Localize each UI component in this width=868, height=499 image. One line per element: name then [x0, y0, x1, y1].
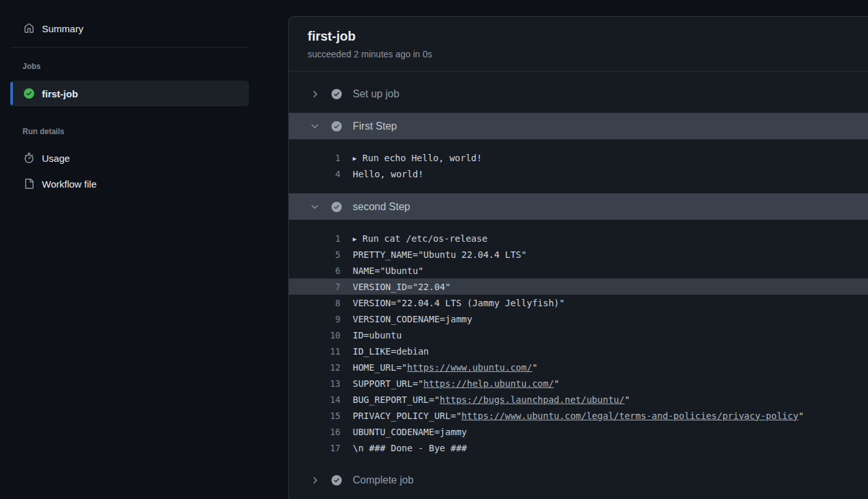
log-line-number[interactable]: 1: [289, 153, 340, 163]
log-text-segment: ": [532, 362, 537, 373]
job-title: first-job: [308, 27, 868, 45]
log-line-number[interactable]: 7: [289, 282, 340, 292]
log-line: 14 BUG_REPORT_URL="https://bugs.launchpa…: [289, 391, 868, 407]
log-line: 13 SUPPORT_URL="https://help.ubuntu.com/…: [289, 375, 868, 391]
log-text-segment: UBUNTU_CODENAME=jammy: [353, 427, 467, 437]
workflow-file-icon: [24, 179, 34, 189]
log-line: 10 ID=ubuntu: [289, 327, 868, 343]
job-status-text: succeeded 2 minutes ago in 0s: [308, 49, 868, 59]
log-line-text: VERSION_CODENAME=jammy: [353, 314, 472, 324]
sidebar-divider: [10, 47, 249, 48]
log-line-text: BUG_REPORT_URL="https://bugs.launchpad.n…: [353, 395, 630, 405]
sidebar-item-workflow-file[interactable]: Workflow file: [10, 171, 249, 197]
log-line-text: VERSION="22.04.4 LTS (Jammy Jellyfish)": [353, 298, 565, 308]
log-text-segment: ": [554, 378, 559, 389]
log-text-segment: NAME="Ubuntu": [353, 266, 424, 276]
step-section: First Step 1 ▶Run echo Hello, world! 4 H…: [289, 113, 868, 182]
step-section: Complete job: [289, 467, 868, 493]
sidebar: Summary Jobs first-job Run details Usage…: [0, 0, 259, 499]
log-line-number[interactable]: 5: [289, 249, 340, 260]
log-line-number[interactable]: 6: [289, 266, 340, 276]
log-line-number[interactable]: 9: [289, 314, 340, 324]
log-line: 16 UBUNTU_CODENAME=jammy: [289, 424, 868, 440]
log-text-segment: \n ### Done - Bye ###: [353, 443, 467, 453]
step-header[interactable]: Set up job: [289, 81, 868, 107]
log-line-number[interactable]: 8: [289, 298, 340, 308]
log-line-number[interactable]: 14: [289, 395, 340, 405]
run-details-section-label: Run details: [10, 127, 249, 136]
log-line-text: UBUNTU_CODENAME=jammy: [353, 427, 467, 437]
sidebar-item-label: Summary: [42, 23, 83, 34]
log-line-number[interactable]: 13: [289, 378, 340, 389]
log-line-number[interactable]: 1: [289, 233, 340, 244]
log-group-toggle-icon[interactable]: ▶: [353, 155, 357, 162]
log-text-segment: BUG_REPORT_URL=": [353, 395, 440, 405]
log-text-segment: Run echo Hello, world!: [362, 153, 482, 163]
log-text-segment: VERSION_ID="22.04": [353, 282, 451, 292]
step-title: Complete job: [353, 475, 413, 486]
log-text-segment: VERSION="22.04.4 LTS (Jammy Jellyfish)": [353, 298, 565, 308]
log-text-segment: ID=ubuntu: [353, 330, 402, 340]
log-line-text: SUPPORT_URL="https://help.ubuntu.com/": [353, 378, 559, 389]
log-text-segment: ": [624, 395, 629, 405]
step-title: Set up job: [353, 88, 399, 100]
log-line-number[interactable]: 15: [289, 411, 340, 421]
log-line: 9 VERSION_CODENAME=jammy: [289, 311, 868, 327]
sidebar-item-summary[interactable]: Summary: [10, 15, 249, 41]
step-check-circle-icon: [331, 121, 342, 132]
log-link[interactable]: https://www.ubuntu.com/legal/terms-and-p…: [462, 411, 799, 421]
log-line-text: PRIVACY_POLICY_URL="https://www.ubuntu.c…: [353, 411, 804, 421]
log-line-text: ▶Run echo Hello, world!: [353, 153, 482, 163]
step-header[interactable]: second Step: [289, 193, 868, 220]
job-header: first-job succeeded 2 minutes ago in 0s: [289, 17, 868, 72]
step-header[interactable]: First Step: [289, 113, 868, 139]
log-text-segment: Run cat /etc/os-release: [362, 233, 488, 244]
sidebar-item-first-job[interactable]: first-job: [10, 81, 249, 106]
log-line-text: PRETTY_NAME="Ubuntu 22.04.4 LTS": [353, 249, 527, 260]
log-line: 7 VERSION_ID="22.04": [289, 279, 868, 295]
log-text-segment: PRIVACY_POLICY_URL=": [353, 411, 462, 421]
log-group-toggle-icon[interactable]: ▶: [353, 235, 357, 242]
home-icon: [24, 23, 34, 34]
log-link[interactable]: https://www.ubuntu.com/: [407, 362, 532, 373]
log-text-segment: SUPPORT_URL=": [353, 378, 424, 389]
log-line-text: VERSION_ID="22.04": [353, 282, 451, 292]
log-line: 1 ▶Run cat /etc/os-release: [289, 230, 868, 246]
log-link[interactable]: https://bugs.launchpad.net/ubuntu/: [440, 395, 625, 405]
sidebar-item-usage[interactable]: Usage: [10, 145, 249, 171]
log-line-text: Hello, world!: [353, 169, 424, 179]
log-line-number[interactable]: 12: [289, 362, 340, 373]
log-text-segment: ": [798, 411, 804, 421]
log-line: 4 Hello, world!: [289, 166, 868, 182]
step-section: second Step 1 ▶Run cat /etc/os-release 5…: [289, 193, 868, 456]
steps-list: Set up job First Step 1 ▶Run echo Hello,…: [289, 72, 868, 499]
sidebar-item-label: first-job: [42, 88, 78, 99]
step-header[interactable]: Complete job: [289, 467, 868, 493]
log-link[interactable]: https://help.ubuntu.com/: [424, 378, 554, 389]
chevron-down-icon: [310, 121, 320, 132]
log-text-segment: Hello, world!: [353, 169, 424, 179]
log-line-number[interactable]: 17: [289, 443, 340, 453]
log-line: 5 PRETTY_NAME="Ubuntu 22.04.4 LTS": [289, 246, 868, 262]
log-line: 1 ▶Run echo Hello, world!: [289, 150, 868, 166]
log-line-number[interactable]: 16: [289, 427, 340, 437]
sidebar-item-label: Workflow file: [42, 179, 97, 190]
log-line-text: NAME="Ubuntu": [353, 266, 424, 276]
log-line: 11 ID_LIKE=debian: [289, 343, 868, 359]
log-line: 12 HOME_URL="https://www.ubuntu.com/": [289, 359, 868, 375]
log-line-number[interactable]: 11: [289, 346, 340, 357]
step-title: First Step: [353, 121, 397, 132]
step-lines: 1 ▶Run cat /etc/os-release 5 PRETTY_NAME…: [289, 230, 868, 456]
step-section: Set up job: [289, 81, 868, 107]
log-line: 17 \n ### Done - Bye ###: [289, 440, 868, 456]
chevron-right-icon: [310, 475, 320, 485]
log-line-text: \n ### Done - Bye ###: [353, 443, 467, 453]
log-line: 15 PRIVACY_POLICY_URL="https://www.ubunt…: [289, 407, 868, 424]
stopwatch-icon: [24, 153, 34, 163]
log-line-number[interactable]: 10: [289, 330, 340, 340]
log-line-text: ID_LIKE=debian: [353, 346, 429, 357]
log-line-number[interactable]: 4: [289, 169, 340, 179]
log-text-segment: HOME_URL=": [353, 362, 407, 373]
chevron-right-icon: [310, 89, 320, 99]
jobs-section-label: Jobs: [10, 62, 249, 71]
